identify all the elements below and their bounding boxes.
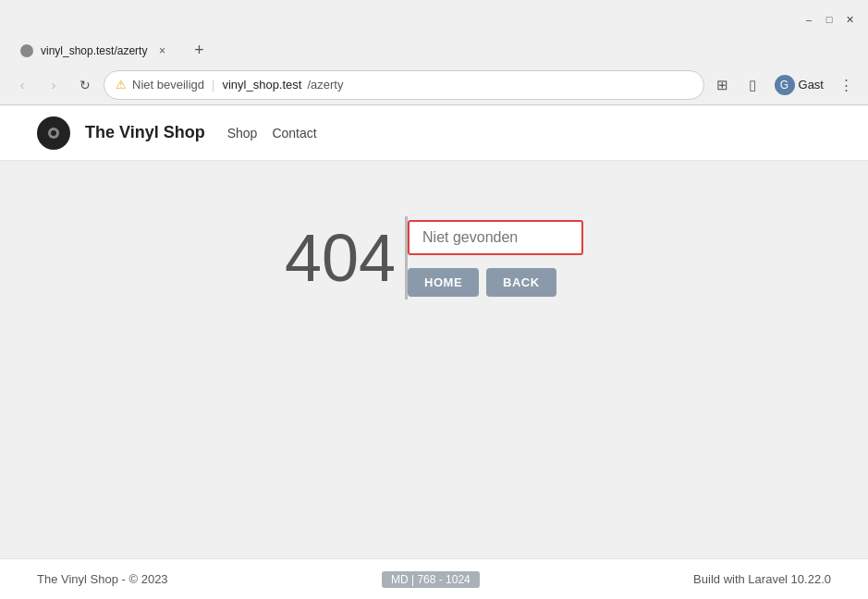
security-warning-icon: ⚠	[116, 78, 127, 92]
address-separator: |	[212, 78, 214, 92]
new-tab-button[interactable]: +	[186, 37, 212, 63]
error-right: HOME BACK	[408, 220, 583, 297]
site-header: The Vinyl Shop Shop Contact	[0, 105, 868, 161]
nav-right-icons: ⊞ ▯ G Gast ⋮	[710, 72, 859, 98]
forward-button[interactable]: ›	[41, 72, 67, 98]
tab-close-button[interactable]: ×	[154, 43, 169, 58]
maximize-btn[interactable]: □	[822, 12, 837, 27]
refresh-button[interactable]: ↻	[72, 72, 98, 98]
error-block: 404 HOME BACK	[285, 216, 583, 300]
site-nav: Shop Contact	[227, 126, 317, 141]
address-path: /azerty	[307, 78, 343, 92]
error-message-input[interactable]	[408, 220, 583, 255]
browser-chrome: – □ ✕ vinyl_shop.test/azerty × + ‹ › ↻ ⚠…	[0, 0, 868, 105]
nav-bar: ‹ › ↻ ⚠ Niet beveiligd | vinyl_shop.test…	[0, 65, 868, 105]
security-warning-text: Niet beveiligd	[132, 78, 204, 92]
footer-build-info: Build with Laravel 10.22.0	[693, 572, 831, 586]
tab-favicon	[20, 44, 33, 57]
footer-copyright: The Vinyl Shop - © 2023	[37, 572, 168, 586]
profile-name: Gast	[799, 78, 824, 92]
window-controls: – □ ✕	[801, 12, 857, 27]
error-buttons: HOME BACK	[408, 268, 583, 297]
footer-badge: MD | 768 - 1024	[382, 571, 480, 588]
active-tab[interactable]: vinyl_shop.test/azerty ×	[7, 37, 182, 65]
error-code: 404	[285, 225, 396, 291]
tab-bar: vinyl_shop.test/azerty × +	[0, 33, 868, 65]
home-button[interactable]: HOME	[408, 268, 479, 297]
site-footer: The Vinyl Shop - © 2023 MD | 768 - 1024 …	[0, 558, 868, 599]
profile-button[interactable]: G Gast	[769, 73, 829, 97]
profile-avatar: G	[775, 75, 795, 95]
minimize-btn[interactable]: –	[801, 12, 816, 27]
site-title: The Vinyl Shop	[85, 123, 205, 142]
translate-button[interactable]: ⊞	[710, 72, 736, 98]
page-wrapper: The Vinyl Shop Shop Contact 404 HOME BAC…	[0, 105, 868, 599]
more-menu-button[interactable]: ⋮	[833, 72, 859, 98]
address-bar[interactable]: ⚠ Niet beveiligd | vinyl_shop.test /azer…	[104, 70, 704, 100]
sidebar-button[interactable]: ▯	[740, 72, 765, 98]
back-button-page[interactable]: BACK	[486, 268, 556, 297]
back-button[interactable]: ‹	[9, 72, 35, 98]
tab-title: vinyl_shop.test/azerty	[41, 44, 147, 57]
close-btn[interactable]: ✕	[842, 12, 857, 27]
main-content: 404 HOME BACK	[0, 161, 868, 558]
title-bar: – □ ✕	[0, 0, 868, 33]
address-domain: vinyl_shop.test	[222, 78, 301, 92]
nav-shop-link[interactable]: Shop	[227, 126, 258, 141]
nav-contact-link[interactable]: Contact	[272, 126, 316, 141]
site-logo	[37, 116, 70, 150]
